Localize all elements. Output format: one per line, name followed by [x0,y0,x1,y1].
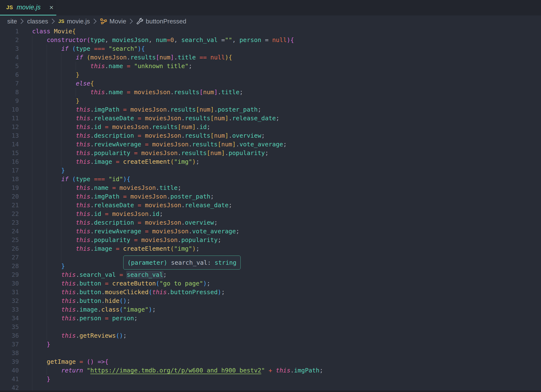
code-line[interactable]: 22 this.id = moviesJson.id; [0,210,541,218]
code-text[interactable]: return "https://image.tmdb.org/t/p/w600_… [32,366,323,375]
line-number[interactable]: 36 [0,331,19,340]
line-number[interactable]: 8 [0,88,19,97]
code-line[interactable]: 29 this.search_val = search_val; [0,271,541,279]
code-line[interactable]: 8 this.name = moviesJson.results[num].ti… [0,88,541,97]
code-line[interactable]: 2 constructor(type, moviesJson, num=0, s… [0,36,541,44]
line-number[interactable]: 38 [0,349,19,357]
code-text[interactable]: this.id = moviesJson.results[num].id; [32,123,210,131]
code-text[interactable]: this.releaseDate = moviesJson.release_da… [32,201,232,210]
line-number[interactable]: 12 [0,123,19,131]
code-text[interactable]: this.image = createElement("img"); [32,157,199,166]
code-line[interactable]: 1class Movie{ [0,27,541,36]
line-number[interactable]: 26 [0,244,19,253]
code-line[interactable]: 4 if (moviesJson.results[num].title == n… [0,53,541,62]
code-text[interactable]: this.description = moviesJson.results[nu… [32,131,265,140]
code-line[interactable]: 37 } [0,340,541,349]
code-line[interactable]: 41 } [0,375,541,384]
code-text[interactable]: this.imgPath = moviesJson.poster_path; [32,192,214,201]
line-number[interactable]: 13 [0,131,19,140]
code-line[interactable]: 36 this.getReviews(); [0,331,541,340]
code-text[interactable]: class Movie{ [32,27,76,36]
line-number[interactable]: 25 [0,236,19,244]
code-line[interactable]: 28 } [0,262,541,271]
code-line[interactable]: 21 this.releaseDate = moviesJson.release… [0,201,541,210]
code-line[interactable]: 25 this.popularity = moviesJson.populari… [0,236,541,244]
code-line[interactable]: 33 this.image.class("image"); [0,305,541,314]
code-text[interactable]: this.button.mouseClicked(this.buttonPres… [32,288,225,297]
line-number[interactable]: 15 [0,149,19,157]
line-number[interactable]: 4 [0,53,19,62]
line-number[interactable]: 40 [0,366,19,375]
code-text[interactable]: getImage = () =>{ [32,357,108,366]
code-line[interactable]: 35 [0,323,541,331]
code-line[interactable]: 38 [0,349,541,357]
code-text[interactable]: } [32,97,79,105]
line-number[interactable]: 23 [0,218,19,227]
breadcrumb-item-movie[interactable]: Movie [100,18,126,25]
line-number[interactable]: 29 [0,271,19,279]
code-text[interactable]: } [32,71,79,79]
line-number[interactable]: 33 [0,305,19,314]
code-line[interactable]: 40 return "https://image.tmdb.org/t/p/w6… [0,366,541,375]
line-number[interactable]: 31 [0,288,19,297]
line-number[interactable]: 3 [0,44,19,53]
close-icon[interactable]: × [49,4,54,11]
code-text[interactable]: this.popularity = moviesJson.popularity; [32,236,221,244]
code-text[interactable]: this.name = moviesJson.results[num].titl… [32,88,243,97]
line-number[interactable]: 11 [0,114,19,123]
code-line[interactable]: 27 [0,253,541,262]
code-line[interactable]: 13 this.description = moviesJson.results… [0,131,541,140]
line-number[interactable]: 18 [0,175,19,184]
code-line[interactable]: 26 this.image = createElement("img"); [0,244,541,253]
code-text[interactable]: if (moviesJson.results[num].title == nul… [32,53,232,62]
code-line[interactable]: 34 this.person = person; [0,314,541,323]
line-number[interactable]: 30 [0,279,19,288]
line-number[interactable]: 37 [0,340,19,349]
code-text[interactable]: this.description = moviesJson.overview; [32,218,218,227]
code-line[interactable]: 23 this.description = moviesJson.overvie… [0,218,541,227]
code-line[interactable]: 6 } [0,71,541,79]
breadcrumb-item-site[interactable]: site [7,18,17,25]
line-number[interactable]: 20 [0,192,19,201]
line-number[interactable]: 41 [0,375,19,384]
code-text[interactable]: else{ [32,79,94,88]
code-text[interactable] [32,323,61,331]
line-number[interactable]: 5 [0,62,19,71]
code-text[interactable]: this.name = "unknown title"; [32,62,192,71]
code-line[interactable]: 20 this.imgPath = moviesJson.poster_path… [0,192,541,201]
code-text[interactable]: this.button = createButton("go to page")… [32,279,210,288]
code-text[interactable]: if (type === "id"){ [32,175,130,184]
code-line[interactable]: 17 } [0,166,541,175]
code-text[interactable] [32,253,76,262]
line-number[interactable]: 21 [0,201,19,210]
code-line[interactable]: 11 this.releaseDate = moviesJson.results… [0,114,541,123]
code-text[interactable] [32,349,47,357]
code-text[interactable]: this.image.class("image"); [32,305,156,314]
code-text[interactable]: this.getReviews(); [32,331,127,340]
breadcrumb-item-buttonpressed[interactable]: buttonPressed [136,18,186,25]
breadcrumb-item-movie-js[interactable]: JSmovie.js [58,18,90,25]
code-text[interactable]: this.search_val = search_val; [32,271,167,279]
line-number[interactable]: 39 [0,357,19,366]
line-number[interactable]: 28 [0,262,19,271]
code-text[interactable]: } [32,166,65,175]
line-number[interactable]: 14 [0,140,19,149]
code-text[interactable]: constructor(type, moviesJson, num=0, sea… [32,36,294,44]
code-text[interactable]: this.reviewAverage = moviesJson.results[… [32,140,287,149]
code-text[interactable]: this.reviewAverage = moviesJson.vote_ave… [32,227,239,236]
code-text[interactable]: } [32,340,50,349]
line-number[interactable]: 27 [0,253,19,262]
code-line[interactable]: 10 this.imgPath = moviesJson.results[num… [0,105,541,114]
line-number[interactable]: 6 [0,71,19,79]
code-text[interactable]: if (type === "search"){ [32,44,145,53]
line-number[interactable]: 16 [0,157,19,166]
code-text[interactable]: this.imgPath = moviesJson.results[num].p… [32,105,261,114]
code-line[interactable]: 32 this.button.hide(); [0,297,541,305]
code-line[interactable]: 30 this.button = createButton("go to pag… [0,279,541,288]
code-text[interactable]: } [32,262,65,271]
line-number[interactable]: 32 [0,297,19,305]
code-text[interactable]: this.releaseDate = moviesJson.results[nu… [32,114,280,123]
code-line[interactable]: 3 if (type === "search"){ [0,44,541,53]
code-line[interactable]: 14 this.reviewAverage = moviesJson.resul… [0,140,541,149]
code-line[interactable]: 9 } [0,97,541,105]
